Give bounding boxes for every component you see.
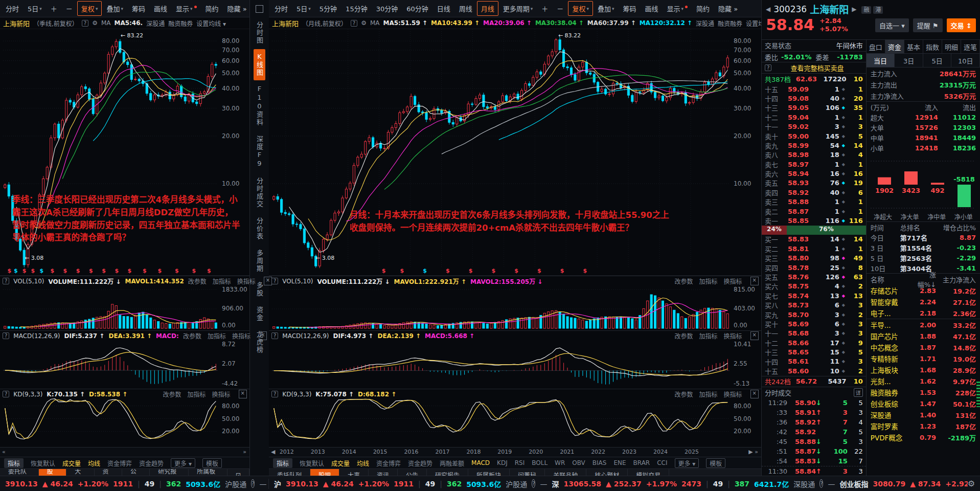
close-icon[interactable]: ×: [750, 331, 759, 340]
margin-event-icon[interactable]: $: [469, 267, 473, 274]
link-加指标[interactable]: 加指标: [699, 277, 718, 285]
full-book-link[interactable]: ?查看完整档买卖盘: [762, 62, 866, 73]
quote-tab-资金[interactable]: 资金: [885, 40, 904, 53]
help-icon[interactable]: ?: [351, 20, 357, 27]
link-改参数[interactable]: 改参数: [675, 390, 693, 398]
indicator-tab-BOLL[interactable]: BOLL: [532, 459, 548, 466]
side-tab-多周期[interactable]: 多周期: [255, 245, 264, 277]
watchlist-button[interactable]: 自选一 ▾: [875, 18, 909, 32]
indicator-tab-资金趋势[interactable]: 资金趋势: [139, 459, 164, 467]
indicator-tab-WR[interactable]: WR: [555, 459, 565, 466]
badge-融[interactable]: 融: [861, 6, 871, 14]
scroll-right-arrow[interactable]: ▶ »: [748, 449, 758, 455]
close-icon[interactable]: ×: [259, 331, 267, 340]
sector-row[interactable]: 融资融券1.53228亿: [867, 387, 980, 398]
sector-row[interactable]: 深股通1.40131亿: [867, 409, 980, 420]
close-icon[interactable]: ×: [239, 390, 247, 398]
indicator-tab-BRAR[interactable]: BRAR: [633, 459, 650, 466]
link-换指标[interactable]: 换指标: [237, 277, 256, 285]
margin-event-icon[interactable]: $: [63, 267, 67, 274]
indicator-tab-均线[interactable]: 均线: [88, 459, 100, 467]
toolbar-15分钟[interactable]: 15分钟: [341, 1, 372, 16]
period-tab-3日[interactable]: 3日: [895, 54, 923, 67]
link-换指标[interactable]: 换指标: [232, 331, 250, 340]
toolbar-简约[interactable]: 简约: [692, 1, 714, 16]
indicator-tab-KDJ[interactable]: KDJ: [497, 459, 508, 466]
gear-icon[interactable]: ⚙: [92, 19, 98, 27]
toolbar-显示[interactable]: 显示▾: [663, 1, 692, 16]
link-改参数[interactable]: 改参数: [163, 390, 181, 398]
indicator-tab-更多 ▾[interactable]: 更多 ▾: [171, 458, 195, 468]
help-icon[interactable]: ?: [271, 391, 278, 397]
toolbar-5分钟[interactable]: 5分钟: [315, 1, 341, 16]
margin-event-icon[interactable]: $: [192, 267, 196, 274]
toolbar-＋[interactable]: ＋: [537, 1, 552, 16]
scroll-left-arrow[interactable]: «: [2, 449, 6, 455]
indicator-tab-两融差额[interactable]: 两融差额: [440, 459, 464, 467]
toolbar-＋[interactable]: ＋: [47, 1, 61, 16]
help-icon[interactable]: ?: [3, 332, 9, 339]
toolbar-叠加[interactable]: 叠加▾: [102, 1, 127, 16]
sector-row[interactable]: PVDF概念0.79-2189万: [867, 432, 980, 443]
margin-event-icon[interactable]: $: [537, 267, 541, 274]
toolbar-叠加[interactable]: 叠加▾: [594, 1, 619, 16]
header-link-融资融券[interactable]: 融资融券: [718, 19, 742, 28]
close-icon[interactable]: ×: [750, 390, 759, 398]
link-换指标[interactable]: 换指标: [724, 331, 742, 340]
margin-event-icon[interactable]: $: [128, 267, 132, 274]
quote-tab-盘口[interactable]: 盘口: [867, 40, 885, 53]
header-link-深股通[interactable]: 深股通: [146, 19, 165, 28]
toolbar-分时[interactable]: 分时: [270, 1, 292, 16]
period-tab-10日[interactable]: 10日: [951, 54, 980, 67]
indicator-tab-恢复默认[interactable]: 恢复默认: [300, 459, 324, 467]
toolbar-画线[interactable]: 画线: [150, 1, 171, 16]
toolbar-月线[interactable]: 月线: [477, 1, 498, 16]
toolbar-更多周期[interactable]: 更多周期▾: [499, 1, 537, 16]
gear-icon[interactable]: ⚙: [361, 19, 367, 27]
margin-event-icon[interactable]: $: [115, 267, 119, 274]
toolbar-5日[interactable]: 5日▾: [292, 1, 315, 16]
sector-row[interactable]: 电子...2.182.36亿: [867, 307, 980, 319]
period-tab-当日[interactable]: 当日: [867, 54, 895, 67]
indicator-tab-成交量[interactable]: 成交量: [331, 459, 350, 467]
header-link-深股通[interactable]: 深股通: [696, 19, 714, 28]
header-link-设置均线 ▾[interactable]: 设置均线 ▾: [196, 19, 226, 28]
toolbar-画线[interactable]: 画线: [641, 1, 662, 16]
indicator-tab-MACD[interactable]: MACD: [471, 459, 490, 466]
prev-stock-arrow[interactable]: ◀: [766, 6, 770, 13]
margin-event-icon[interactable]: $: [7, 267, 11, 274]
side-tab-K线图[interactable]: K线图: [254, 49, 265, 80]
side-tab-F10资料[interactable]: F10资料: [255, 80, 264, 131]
help-icon[interactable]: ?: [3, 278, 9, 284]
link-改参数[interactable]: 改参数: [183, 331, 201, 340]
side-tab-分时成交[interactable]: 分时成交: [255, 173, 264, 213]
sector-row[interactable]: 中芯概念1.8714.8亿: [867, 342, 980, 353]
margin-event-icon[interactable]: $: [175, 267, 179, 274]
toolbar-复权[interactable]: 复权▾: [77, 1, 102, 16]
next-stock-arrow[interactable]: ▶: [852, 6, 856, 13]
margin-event-icon[interactable]: $: [514, 267, 518, 274]
indicator-tab-资金趋势[interactable]: 资金趋势: [408, 459, 432, 467]
sector-row[interactable]: 光刻...1.629.97亿: [867, 375, 980, 387]
quote-tab-逐笔[interactable]: 逐笔: [961, 40, 980, 53]
indicator-tab-OBV[interactable]: OBV: [572, 459, 585, 466]
side-tab-分价表[interactable]: 分价表: [255, 213, 264, 245]
toolbar-－[interactable]: －: [62, 1, 77, 16]
help-icon[interactable]: ?: [3, 391, 9, 397]
fullscreen-icon[interactable]: [256, 5, 263, 13]
indicator-tab-恢复默认[interactable]: 恢复默认: [31, 459, 55, 467]
margin-event-icon[interactable]: $: [446, 267, 450, 274]
sector-row[interactable]: 智能穿戴2.2427.1亿: [867, 296, 980, 307]
time-axis[interactable]: «»: [0, 447, 249, 457]
toolbar-30分钟[interactable]: 30分钟: [372, 1, 402, 16]
margin-event-icon[interactable]: $: [89, 267, 93, 274]
toolbar-分时[interactable]: 分时: [2, 1, 23, 16]
toolbar-60分钟[interactable]: 60分钟: [402, 1, 432, 16]
close-icon[interactable]: ×: [750, 277, 759, 285]
link-加指标[interactable]: 加指标: [208, 331, 226, 340]
margin-event-icon[interactable]: $: [39, 267, 43, 274]
alert-button[interactable]: 提醒 ⚑: [913, 18, 943, 32]
badge-港[interactable]: 港: [873, 6, 883, 14]
toolbar-隐藏 »[interactable]: 隐藏 »: [714, 1, 742, 16]
help-icon[interactable]: ?: [271, 278, 278, 284]
